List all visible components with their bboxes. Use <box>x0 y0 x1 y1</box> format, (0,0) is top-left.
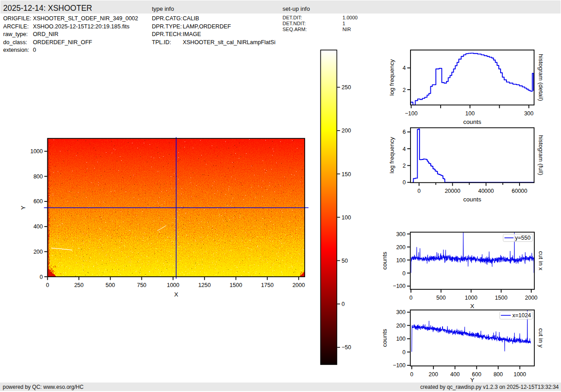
svg-text:1000: 1000 <box>30 148 43 155</box>
svg-text:50: 50 <box>342 258 348 264</box>
svg-text:log frequency: log frequency <box>388 137 395 173</box>
svg-text:800: 800 <box>33 173 43 180</box>
svg-text:1000: 1000 <box>167 282 179 288</box>
svg-text:60000: 60000 <box>512 188 528 194</box>
svg-text:500: 500 <box>436 295 446 301</box>
svg-text:0: 0 <box>46 282 49 288</box>
svg-text:500: 500 <box>105 282 115 288</box>
svg-text:cut in y: cut in y <box>538 328 544 348</box>
svg-text:300: 300 <box>396 231 406 237</box>
svg-text:200: 200 <box>342 128 351 134</box>
svg-text:800: 800 <box>493 371 503 378</box>
svg-text:counts: counts <box>463 119 481 125</box>
svg-text:cut in x: cut in x <box>538 251 544 270</box>
svg-text:−100: −100 <box>393 362 406 369</box>
svg-text:4: 4 <box>403 65 406 71</box>
svg-text:0: 0 <box>40 274 43 280</box>
svg-text:1500: 1500 <box>230 282 242 288</box>
svg-text:−100: −100 <box>405 110 417 117</box>
svg-text:250: 250 <box>342 84 351 91</box>
svg-text:200: 200 <box>396 323 406 329</box>
svg-text:Y: Y <box>20 205 27 210</box>
svg-text:2000: 2000 <box>525 295 538 301</box>
svg-text:Y: Y <box>470 377 474 383</box>
svg-text:0: 0 <box>410 371 413 378</box>
svg-text:600: 600 <box>33 198 43 205</box>
svg-text:0: 0 <box>410 295 413 301</box>
svg-text:0: 0 <box>403 179 406 186</box>
svg-text:−100: −100 <box>393 283 406 289</box>
svg-text:100: 100 <box>396 257 406 264</box>
svg-text:40000: 40000 <box>478 188 494 194</box>
svg-text:100: 100 <box>342 214 351 221</box>
svg-text:1500: 1500 <box>495 295 507 301</box>
svg-text:0: 0 <box>342 301 345 307</box>
svg-text:y=550: y=550 <box>515 235 530 241</box>
svg-text:300: 300 <box>524 110 534 117</box>
svg-text:X: X <box>174 291 178 298</box>
svg-text:1750: 1750 <box>261 282 274 288</box>
svg-text:1000: 1000 <box>514 371 526 378</box>
svg-text:counts: counts <box>381 252 388 270</box>
svg-text:0: 0 <box>402 349 406 356</box>
svg-text:X: X <box>470 303 474 310</box>
svg-text:200: 200 <box>33 249 43 255</box>
svg-text:750: 750 <box>137 282 146 288</box>
svg-text:6: 6 <box>403 129 406 135</box>
svg-text:histogram (detail): histogram (detail) <box>538 54 544 101</box>
svg-text:20000: 20000 <box>445 188 461 194</box>
svg-text:log frequency: log frequency <box>388 59 395 96</box>
svg-text:200: 200 <box>429 371 438 378</box>
svg-text:1000: 1000 <box>465 295 478 301</box>
svg-text:counts: counts <box>381 329 388 347</box>
svg-text:100: 100 <box>465 110 475 117</box>
svg-text:1250: 1250 <box>198 282 211 288</box>
svg-text:counts: counts <box>463 196 481 203</box>
svg-text:400: 400 <box>450 371 460 378</box>
svg-text:150: 150 <box>342 171 351 178</box>
svg-text:histogram (full): histogram (full) <box>538 135 544 175</box>
svg-text:x=1024: x=1024 <box>512 312 531 319</box>
svg-text:2: 2 <box>403 87 406 93</box>
svg-text:2000: 2000 <box>292 282 305 288</box>
svg-text:2: 2 <box>403 163 406 169</box>
svg-text:0: 0 <box>402 270 406 277</box>
svg-text:250: 250 <box>74 282 84 288</box>
svg-text:−50: −50 <box>342 344 351 351</box>
svg-text:400: 400 <box>33 223 43 230</box>
svg-text:100: 100 <box>396 336 406 342</box>
svg-text:0: 0 <box>418 188 421 194</box>
svg-text:300: 300 <box>396 309 406 315</box>
svg-text:200: 200 <box>396 244 406 251</box>
svg-text:4: 4 <box>403 146 406 152</box>
